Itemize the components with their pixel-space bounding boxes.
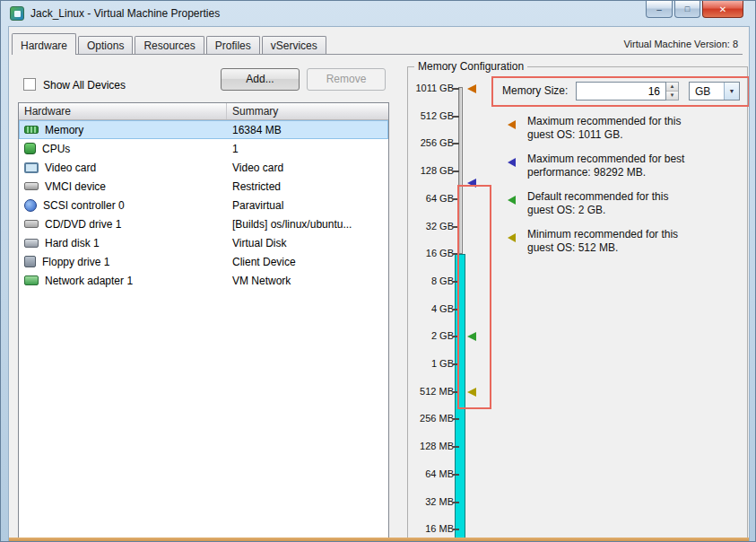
vm-version-label: Virtual Machine Version: 8	[623, 39, 738, 49]
scale-label: 32 MB	[409, 496, 454, 507]
scale-label: 8 GB	[409, 275, 454, 286]
hardware-name: Hard disk 1	[45, 237, 100, 249]
hardware-table: HardwareSummary Memory16384 MBCPUs1Video…	[18, 102, 389, 542]
scale-tick	[453, 170, 459, 172]
scale-label: 1 GB	[409, 358, 454, 369]
note-text: Minimum recommended for thisguest OS: 51…	[527, 228, 678, 255]
hardware-row[interactable]: CD/DVD drive 1[Builds] os/linux/ubuntu..…	[19, 214, 388, 233]
scale-label: 2 GB	[409, 330, 454, 341]
tab-options[interactable]: Options	[78, 36, 133, 54]
hardware-summary: Client Device	[227, 256, 388, 268]
scale-label: 512 GB	[409, 110, 454, 121]
tab-resources[interactable]: Resources	[135, 36, 204, 54]
note-marker-icon	[508, 233, 516, 242]
scsi-controller-icon	[24, 199, 37, 212]
hardware-name: VMCI device	[45, 180, 106, 193]
hardware-row[interactable]: Video cardVideo card	[19, 158, 388, 177]
hardware-row[interactable]: Floppy drive 1Client Device	[19, 252, 388, 271]
hardware-name: Network adapter 1	[45, 275, 133, 287]
marker-max-guest-os[interactable]	[467, 84, 476, 93]
tab-profiles[interactable]: Profiles	[206, 36, 260, 54]
note-text: Maximum recommended for thisguest OS: 10…	[527, 115, 681, 142]
hardware-summary: Restricted	[227, 180, 388, 193]
memory-note: Maximum recommended for thisguest OS: 10…	[508, 115, 681, 142]
note-text: Default recommended for thisguest OS: 2 …	[527, 190, 668, 217]
titlebar[interactable]: Jack_Linux - Virtual Machine Properties …	[1, 1, 755, 26]
hardware-row[interactable]: Hard disk 1Virtual Disk	[19, 233, 388, 252]
hardware-name: Floppy drive 1	[42, 256, 109, 268]
scale-label: 4 GB	[409, 303, 454, 314]
hardware-summary: 1	[227, 143, 388, 155]
column-header-hardware[interactable]: Hardware	[19, 103, 227, 119]
hard-disk-icon	[24, 239, 39, 248]
scale-label: 64 MB	[409, 468, 454, 479]
scale-label: 16 MB	[409, 523, 454, 534]
bottom-edge-strip	[9, 538, 749, 542]
window-controls: – □ ✕	[646, 1, 743, 18]
hardware-summary: [Builds] os/linux/ubuntu...	[227, 218, 388, 231]
hardware-row[interactable]: CPUs1	[19, 139, 388, 158]
hardware-name: Video card	[45, 162, 96, 174]
close-button[interactable]: ✕	[702, 1, 743, 18]
memory-configuration-title: Memory Configuration	[414, 60, 527, 73]
tab-strip: HardwareOptionsResourcesProfilesvService…	[12, 33, 328, 55]
hardware-name: CPUs	[42, 143, 70, 155]
cpu-icon	[24, 143, 36, 154]
scale-label: 16 GB	[409, 248, 454, 258]
hardware-name: Memory	[45, 124, 83, 136]
scale-tick	[453, 116, 459, 118]
slider-annotation-highlight	[457, 185, 491, 409]
network-adapter-icon	[24, 275, 39, 285]
cd-dvd-drive-icon	[24, 220, 39, 228]
column-header-summary[interactable]: Summary	[227, 103, 388, 119]
dialog-client-area: HardwareOptionsResourcesProfilesvService…	[8, 26, 750, 542]
scale-tick	[453, 502, 459, 503]
memory-note: Maximum recommended for bestperformance:…	[508, 153, 684, 179]
hardware-summary: 16384 MB	[227, 124, 388, 136]
hardware-row[interactable]: SCSI controller 0Paravirtual	[19, 196, 388, 214]
tab-vservices[interactable]: vServices	[262, 36, 326, 54]
hardware-row[interactable]: Memory16384 MB	[19, 120, 388, 139]
floppy-drive-icon	[24, 256, 36, 267]
scale-label: 1011 GB	[409, 83, 454, 93]
hardware-row[interactable]: Network adapter 1VM Network	[19, 271, 388, 290]
hardware-name: CD/DVD drive 1	[45, 218, 121, 231]
memory-size-annotation-highlight	[491, 76, 750, 107]
hardware-row[interactable]: VMCI deviceRestricted	[19, 177, 388, 196]
hardware-table-body: Memory16384 MBCPUs1Video cardVideo cardV…	[19, 120, 388, 290]
hardware-summary: Video card	[227, 162, 388, 174]
hardware-summary: VM Network	[227, 275, 388, 287]
scale-label: 32 GB	[409, 221, 454, 232]
remove-button[interactable]: Remove	[307, 68, 386, 91]
hardware-name: SCSI controller 0	[43, 199, 125, 212]
scale-label: 512 MB	[409, 386, 454, 397]
scale-label: 256 GB	[409, 137, 454, 148]
memory-note: Minimum recommended for thisguest OS: 51…	[508, 228, 678, 255]
minimize-button[interactable]: –	[646, 1, 673, 18]
note-marker-icon	[508, 120, 516, 129]
vmci-device-icon	[24, 182, 39, 190]
add-button[interactable]: Add...	[221, 68, 300, 91]
scale-tick	[453, 446, 459, 448]
note-marker-icon	[508, 196, 516, 205]
show-all-devices-checkbox[interactable]	[23, 78, 36, 91]
window-title: Jack_Linux - Virtual Machine Properties	[30, 7, 220, 20]
scale-tick	[453, 418, 459, 420]
scale-tick	[453, 88, 459, 90]
maximize-button[interactable]: □	[674, 1, 700, 18]
note-marker-icon	[508, 158, 516, 167]
scale-label: 256 MB	[409, 413, 454, 424]
scale-label: 64 GB	[409, 193, 454, 204]
scale-label: 128 MB	[409, 441, 454, 451]
hardware-summary: Virtual Disk	[227, 237, 388, 249]
scale-label: 128 GB	[409, 165, 454, 176]
table-header: HardwareSummary	[19, 103, 388, 120]
memory-note: Default recommended for thisguest OS: 2 …	[508, 190, 668, 217]
scale-tick	[453, 143, 459, 144]
scale-tick	[453, 474, 459, 476]
tab-hardware[interactable]: Hardware	[12, 33, 76, 55]
memory-icon	[24, 126, 39, 134]
hardware-summary: Paravirtual	[227, 199, 388, 212]
vmware-app-icon	[10, 6, 24, 21]
video-card-icon	[24, 162, 39, 173]
